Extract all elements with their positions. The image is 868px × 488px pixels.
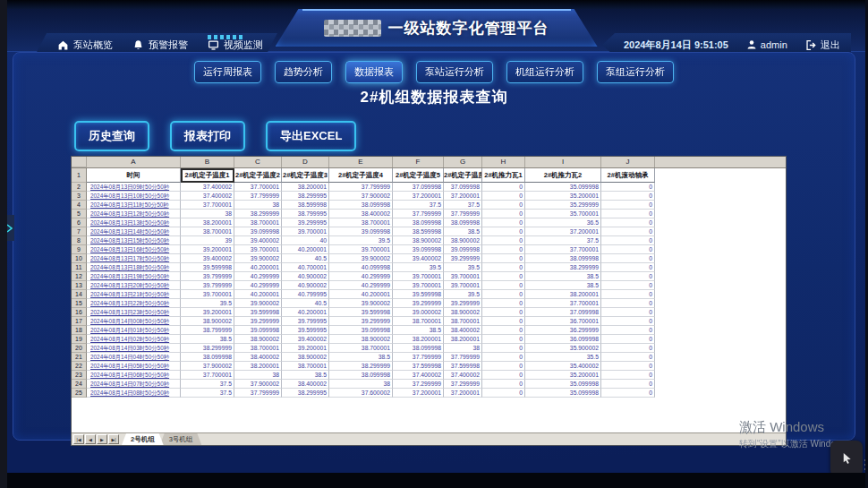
cell-value[interactable]: 37.799999: [329, 183, 393, 192]
cell-value[interactable]: 39.200001: [181, 245, 234, 254]
cell-value[interactable]: 0: [482, 201, 525, 210]
cell-value[interactable]: 39.099998: [329, 227, 393, 236]
row-number[interactable]: 20: [72, 344, 87, 353]
row-number[interactable]: 25: [72, 389, 87, 398]
cell-value[interactable]: 38.099998: [181, 353, 234, 362]
cell-time[interactable]: 2024年08月13日21时50分50秒: [87, 290, 181, 299]
cell-value[interactable]: 39.400002: [181, 254, 234, 263]
cell-value[interactable]: 39.099998: [329, 326, 393, 335]
cell-value[interactable]: 38.299999: [525, 263, 601, 272]
cell-value[interactable]: 0: [601, 389, 655, 398]
cell-time[interactable]: 2024年08月13日10时50分50秒: [87, 192, 181, 201]
report-tab[interactable]: 泵组运行分析: [597, 61, 674, 83]
cell-value[interactable]: 39.799999: [181, 272, 234, 281]
cell-value[interactable]: 38.900002: [444, 308, 482, 317]
cell-time[interactable]: 2024年08月14日04时50分50秒: [87, 353, 181, 362]
cell-value[interactable]: 0: [482, 263, 525, 272]
cell-time[interactable]: 2024年08月13日14时50分50秒: [87, 227, 181, 236]
cell-value[interactable]: 35.5: [525, 353, 601, 362]
header-cell[interactable]: 2#机定子温度1: [181, 168, 234, 183]
cell-value[interactable]: 0: [601, 201, 655, 210]
cell-value[interactable]: 38.400002: [282, 380, 329, 389]
cell-value[interactable]: 38.700001: [282, 362, 329, 371]
cell-value[interactable]: 35.099998: [525, 380, 601, 389]
cell-value[interactable]: 38.200001: [444, 335, 482, 344]
cell-value[interactable]: 0: [601, 281, 655, 290]
cell-value[interactable]: 40.900002: [282, 272, 329, 281]
cell-value[interactable]: 0: [482, 245, 525, 254]
cell-value[interactable]: 39.700001: [444, 272, 482, 281]
cell-value[interactable]: 37.099998: [393, 183, 444, 192]
cell-value[interactable]: 37.5: [181, 380, 234, 389]
column-letter[interactable]: G: [444, 157, 482, 167]
cell-value[interactable]: 38.200001: [393, 335, 444, 344]
cell-value[interactable]: 37.799999: [234, 192, 282, 201]
cell-value[interactable]: 37.400002: [181, 192, 234, 201]
cell-value[interactable]: 0: [601, 362, 655, 371]
cell-value[interactable]: 39.799999: [181, 281, 234, 290]
action-button[interactable]: 历史查询: [74, 121, 149, 151]
cell-value[interactable]: 0: [601, 326, 655, 335]
row-number[interactable]: 2: [72, 183, 87, 192]
cell-value[interactable]: 0: [482, 272, 525, 281]
header-cell-time[interactable]: 时间: [87, 168, 181, 183]
nav-item-video-monitor[interactable]: 视频监测: [208, 39, 263, 52]
cell-value[interactable]: 39.299999: [234, 317, 282, 326]
cell-value[interactable]: 40.299999: [329, 281, 393, 290]
cell-value[interactable]: 39.700001: [393, 281, 444, 290]
row-number[interactable]: 17: [72, 317, 87, 326]
cell-value[interactable]: 38.5: [525, 272, 601, 281]
row-number[interactable]: 12: [72, 272, 87, 281]
cell-value[interactable]: 38: [444, 344, 482, 353]
cell-value[interactable]: 0: [601, 308, 655, 317]
sheet-nav-next[interactable]: ▶: [97, 434, 107, 444]
row-number[interactable]: 16: [72, 308, 87, 317]
cell-value[interactable]: 0: [482, 254, 525, 263]
cell-value[interactable]: 39.799995: [282, 317, 329, 326]
cell-value[interactable]: 39.200001: [181, 308, 234, 317]
cell-value[interactable]: 38.700001: [329, 344, 393, 353]
cell-value[interactable]: 0: [482, 183, 525, 192]
cell-value[interactable]: 39.700001: [181, 290, 234, 299]
row-number[interactable]: 3: [72, 192, 87, 201]
cell-value[interactable]: 39.700001: [282, 227, 329, 236]
cell-value[interactable]: 35.900002: [525, 344, 601, 353]
sheet-corner-cell[interactable]: [72, 157, 87, 167]
cell-value[interactable]: 39.599998: [393, 290, 444, 299]
row-number[interactable]: 13: [72, 281, 87, 290]
sheet-nav-first[interactable]: |◀: [73, 434, 84, 444]
user-menu[interactable]: admin: [746, 39, 787, 50]
row-number[interactable]: 5: [72, 210, 87, 218]
cell-value[interactable]: 38.5: [393, 326, 444, 335]
cell-time[interactable]: 2024年08月13日13时50分50秒: [87, 218, 181, 227]
column-letter[interactable]: F: [393, 157, 444, 167]
cell-value[interactable]: 39.299999: [393, 299, 444, 308]
cell-value[interactable]: 36.299999: [525, 326, 601, 335]
cell-value[interactable]: 37.700001: [525, 299, 601, 308]
screen-tool-widget[interactable]: [830, 441, 863, 476]
cell-value[interactable]: 0: [482, 290, 525, 299]
cell-value[interactable]: 38.099998: [525, 254, 601, 263]
cell-value[interactable]: 0: [482, 326, 525, 335]
cell-value[interactable]: 38.5: [329, 353, 393, 362]
cell-time[interactable]: 2024年08月13日22时50分50秒: [87, 299, 181, 308]
cell-value[interactable]: 39.299999: [444, 254, 482, 263]
cell-value[interactable]: 0: [482, 371, 525, 380]
cell-value[interactable]: 37.799999: [444, 353, 482, 362]
logout-button[interactable]: 退出: [805, 39, 840, 52]
cell-value[interactable]: 38.700001: [444, 317, 482, 326]
cell-value[interactable]: 39.900002: [234, 299, 282, 308]
cell-value[interactable]: 39.400002: [393, 254, 444, 263]
cell-value[interactable]: 40.5: [282, 254, 329, 263]
cell-value[interactable]: 37.599998: [393, 362, 444, 371]
cell-value[interactable]: 37.200001: [444, 192, 482, 201]
cell-value[interactable]: 0: [482, 227, 525, 236]
row-number[interactable]: 18: [72, 326, 87, 335]
row-number[interactable]: 11: [72, 263, 87, 272]
cell-value[interactable]: 40.5: [282, 299, 329, 308]
cell-value[interactable]: 39.299995: [282, 218, 329, 227]
report-tab[interactable]: 机组运行分析: [506, 61, 583, 83]
cell-value[interactable]: 39.900002: [234, 254, 282, 263]
cell-value[interactable]: 39.099998: [234, 326, 282, 335]
cell-value[interactable]: 37.5: [525, 236, 601, 245]
